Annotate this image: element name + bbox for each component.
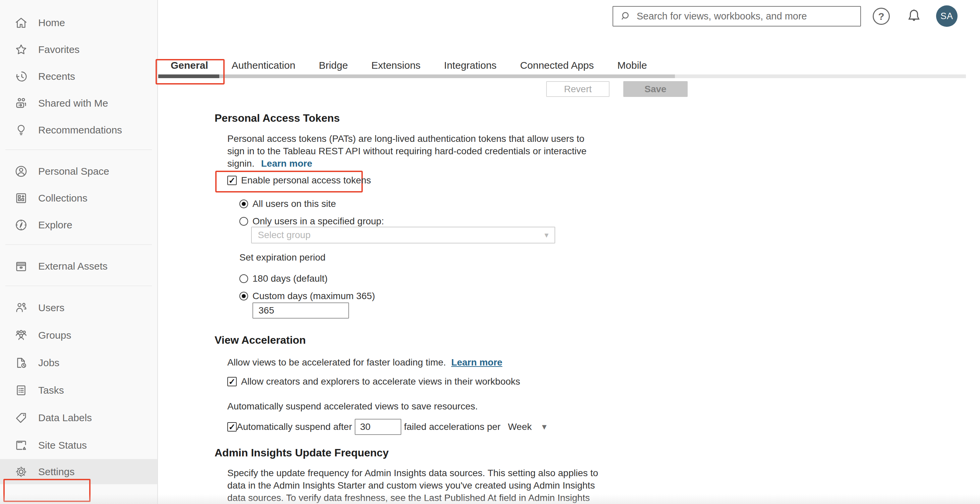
home-icon: [13, 15, 29, 30]
tab-integrations[interactable]: Integrations: [444, 60, 496, 71]
tab-authentication[interactable]: Authentication: [232, 60, 295, 71]
auto-suspend-checkbox[interactable]: ✓: [228, 422, 237, 432]
tabs-scrollbar-thumb[interactable]: [158, 75, 675, 78]
search-box[interactable]: [612, 6, 861, 27]
tab-extensions[interactable]: Extensions: [371, 60, 421, 71]
all-users-row: All users on this site: [239, 199, 336, 209]
sidebar-item-settings[interactable]: Settings: [0, 459, 157, 484]
custom-days-input[interactable]: [253, 302, 349, 318]
tab-connected-apps[interactable]: Connected Apps: [520, 60, 594, 71]
tableau-site-settings-page: Home Favorites Recents Shared with Me Re…: [0, 0, 980, 504]
sidebar-item-tasks[interactable]: Tasks: [0, 377, 157, 404]
admin-insights-section-title: Admin Insights Update Frequency: [215, 447, 388, 459]
person-circle-icon: [13, 164, 29, 179]
sidebar-item-jobs[interactable]: Jobs: [0, 349, 157, 377]
sidebar-item-groups[interactable]: Groups: [0, 321, 157, 349]
admin-insights-description: Specify the update frequency for Admin I…: [228, 467, 598, 504]
sidebar-item-external-assets[interactable]: External Assets: [0, 253, 157, 280]
lightbulb-icon: [13, 122, 29, 138]
days-180-row: 180 days (default): [239, 273, 328, 284]
tag-icon: [13, 410, 29, 426]
sidebar-divider: [5, 286, 152, 286]
jobs-document-clock-icon: [13, 355, 29, 370]
gear-icon: [13, 464, 29, 480]
view-accel-learn-more-link[interactable]: Learn more: [451, 357, 503, 367]
allow-accel-row: ✓ Allow creators and explorers to accele…: [228, 376, 520, 387]
suspend-period-dropdown[interactable]: Week: [508, 421, 532, 432]
chevron-down-icon: ▾: [544, 231, 549, 240]
avatar[interactable]: SA: [936, 5, 958, 27]
sidebar-item-favorites[interactable]: Favorites: [0, 36, 157, 63]
custom-days-radio[interactable]: [239, 292, 248, 300]
all-users-radio[interactable]: [239, 200, 248, 208]
sidebar-item-explore[interactable]: Explore: [0, 211, 157, 238]
sidebar-item-recents[interactable]: Recents: [0, 63, 157, 90]
sidebar-item-home[interactable]: Home: [0, 10, 157, 36]
sidebar-item-data-labels[interactable]: Data Labels: [0, 404, 157, 432]
custom-days-row: Custom days (maximum 365): [239, 291, 375, 302]
expiration-label: Set expiration period: [239, 252, 326, 263]
chevron-down-icon[interactable]: ▼: [541, 423, 548, 432]
tab-mobile[interactable]: Mobile: [617, 60, 647, 71]
sidebar-divider: [5, 245, 152, 245]
search-icon: [619, 10, 633, 23]
search-input[interactable]: [637, 11, 860, 22]
sidebar-item-personal-space[interactable]: Personal Space: [0, 158, 157, 185]
shared-people-icon: [13, 95, 29, 111]
recents-clock-icon: [13, 69, 29, 84]
help-icon[interactable]: ?: [873, 8, 890, 25]
auto-suspend-row: ✓ Automatically suspend after failed acc…: [228, 419, 548, 435]
enable-pat-row: ✓ Enable personal access tokens: [228, 175, 371, 186]
sidebar-item-site-status[interactable]: Site Status: [0, 432, 157, 459]
pat-description: Personal access tokens (PATs) are long-l…: [228, 132, 586, 170]
view-accel-section-title: View Acceleration: [215, 334, 306, 347]
suspend-count-input[interactable]: [355, 419, 401, 435]
allow-accel-checkbox[interactable]: ✓: [228, 377, 237, 386]
tasks-clipboard-icon: [13, 383, 29, 398]
active-tab-underline: [158, 75, 219, 78]
suspend-description: Automatically suspend accelerated views …: [228, 401, 478, 412]
view-accel-description: Allow views to be accelerated for faster…: [228, 356, 502, 369]
days-180-radio[interactable]: [239, 274, 248, 283]
star-icon: [13, 42, 29, 57]
tab-general[interactable]: General: [171, 60, 208, 71]
collections-grid-icon: [13, 191, 29, 206]
sidebar-item-users[interactable]: Users: [0, 294, 157, 321]
main-area: ? SA General Authentication Bridge Exten…: [158, 0, 980, 504]
site-status-window-icon: [13, 437, 29, 453]
compass-icon: [13, 217, 29, 233]
drawer-icon: [13, 259, 29, 274]
enable-pat-checkbox[interactable]: ✓: [228, 176, 237, 185]
sidebar-item-shared-with-me[interactable]: Shared with Me: [0, 90, 157, 117]
sidebar-divider: [5, 149, 152, 150]
tabs-scrollbar-track[interactable]: [158, 75, 966, 78]
specified-group-radio[interactable]: [239, 217, 248, 226]
sidebar-item-collections[interactable]: Collections: [0, 185, 157, 211]
select-group-dropdown[interactable]: Select group ▾: [251, 227, 555, 243]
pat-learn-more-link[interactable]: Learn more: [261, 158, 312, 169]
settings-tabs: General Authentication Bridge Extensions…: [158, 60, 647, 71]
pat-section-title: Personal Access Tokens: [215, 112, 340, 124]
revert-button[interactable]: Revert: [546, 81, 609, 97]
groups-icon: [13, 328, 29, 343]
save-button[interactable]: Save: [623, 81, 688, 97]
notifications-bell-icon[interactable]: [905, 6, 923, 26]
sidebar: Home Favorites Recents Shared with Me Re…: [0, 0, 158, 504]
sidebar-item-recommendations[interactable]: Recommendations: [0, 117, 157, 143]
tab-bridge[interactable]: Bridge: [319, 60, 348, 71]
users-icon: [13, 300, 29, 316]
specified-group-row: Only users in a specified group:: [239, 216, 384, 227]
